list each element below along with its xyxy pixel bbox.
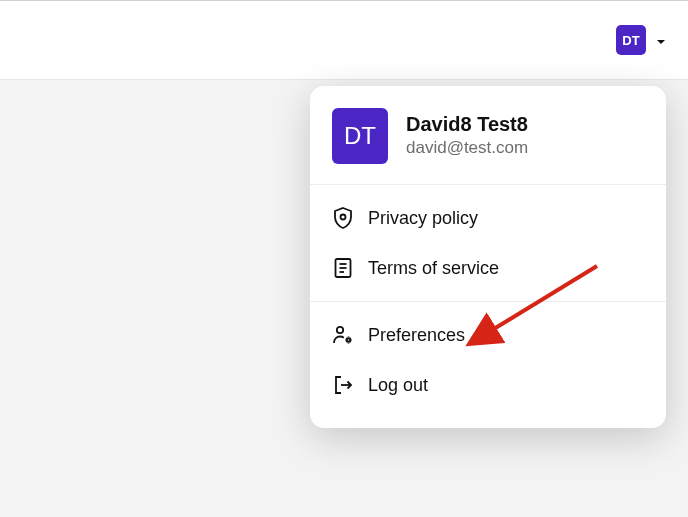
user-info: David8 Test8 david@test.com bbox=[406, 112, 528, 159]
topbar: DT bbox=[0, 0, 688, 80]
menu-section-legal: Privacy policy Terms of service bbox=[310, 185, 666, 301]
shield-icon bbox=[332, 207, 354, 229]
menu-item-label: Privacy policy bbox=[368, 208, 478, 229]
menu-item-preferences[interactable]: Preferences bbox=[310, 310, 666, 360]
menu-header: DT David8 Test8 david@test.com bbox=[310, 86, 666, 185]
menu-item-label: Preferences bbox=[368, 325, 465, 346]
chevron-down-icon[interactable] bbox=[656, 31, 666, 49]
avatar-initials: DT bbox=[622, 33, 639, 48]
svg-point-0 bbox=[341, 215, 346, 220]
menu-section-account: Preferences Log out bbox=[310, 301, 666, 418]
user-name: David8 Test8 bbox=[406, 112, 528, 137]
svg-point-5 bbox=[337, 327, 343, 333]
document-icon bbox=[332, 257, 354, 279]
avatar-button[interactable]: DT bbox=[616, 25, 646, 55]
user-email: david@test.com bbox=[406, 137, 528, 159]
svg-point-6 bbox=[347, 338, 350, 341]
user-menu: DT David8 Test8 david@test.com Privacy p… bbox=[310, 86, 666, 428]
menu-item-label: Terms of service bbox=[368, 258, 499, 279]
logout-icon bbox=[332, 374, 354, 396]
menu-item-privacy[interactable]: Privacy policy bbox=[310, 193, 666, 243]
person-gear-icon bbox=[332, 324, 354, 346]
avatar-large-initials: DT bbox=[344, 122, 376, 150]
menu-item-label: Log out bbox=[368, 375, 428, 396]
menu-item-terms[interactable]: Terms of service bbox=[310, 243, 666, 293]
menu-item-logout[interactable]: Log out bbox=[310, 360, 666, 410]
avatar-large: DT bbox=[332, 108, 388, 164]
